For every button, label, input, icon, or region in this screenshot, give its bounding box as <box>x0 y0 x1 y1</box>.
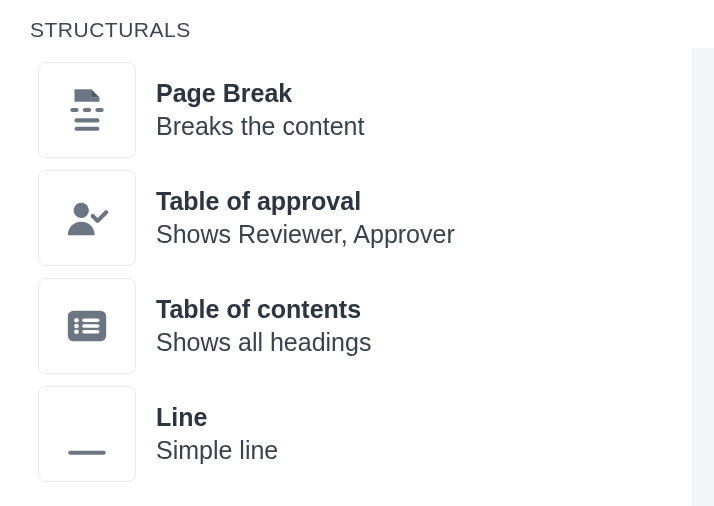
scrollbar[interactable] <box>692 48 714 506</box>
svg-point-9 <box>74 329 79 334</box>
svg-rect-2 <box>95 108 103 112</box>
icon-box <box>38 278 136 374</box>
svg-point-8 <box>74 324 79 329</box>
item-title: Table of approval <box>156 187 455 216</box>
svg-rect-10 <box>82 319 99 322</box>
svg-rect-12 <box>82 330 99 333</box>
item-list: Page Break Breaks the content Table of a… <box>0 56 692 488</box>
structurals-panel: STRUCTURALS Page Break Breaks the conten… <box>0 0 692 488</box>
item-text: Table of contents Shows all headings <box>156 295 371 357</box>
line-icon <box>62 409 112 459</box>
item-text: Table of approval Shows Reviewer, Approv… <box>156 187 455 249</box>
item-title: Page Break <box>156 79 364 108</box>
icon-box <box>38 170 136 266</box>
item-description: Simple line <box>156 436 278 465</box>
item-table-of-contents[interactable]: Table of contents Shows all headings <box>38 272 692 380</box>
svg-point-7 <box>74 318 79 323</box>
icon-box <box>38 62 136 158</box>
item-description: Shows all headings <box>156 328 371 357</box>
page-break-icon <box>62 85 112 135</box>
section-header: STRUCTURALS <box>0 0 692 56</box>
list-icon <box>64 303 110 349</box>
svg-rect-11 <box>82 324 99 327</box>
item-line[interactable]: Line Simple line <box>38 380 692 488</box>
user-check-icon <box>64 195 110 241</box>
svg-rect-3 <box>75 118 100 122</box>
svg-rect-0 <box>70 108 78 112</box>
item-text: Line Simple line <box>156 403 278 465</box>
svg-rect-1 <box>83 108 91 112</box>
icon-box <box>38 386 136 482</box>
svg-point-5 <box>74 203 89 218</box>
item-title: Line <box>156 403 278 432</box>
svg-rect-4 <box>75 127 100 131</box>
item-title: Table of contents <box>156 295 371 324</box>
item-table-of-approval[interactable]: Table of approval Shows Reviewer, Approv… <box>38 164 692 272</box>
item-page-break[interactable]: Page Break Breaks the content <box>38 56 692 164</box>
svg-rect-13 <box>68 451 106 455</box>
item-text: Page Break Breaks the content <box>156 79 364 141</box>
item-description: Breaks the content <box>156 112 364 141</box>
item-description: Shows Reviewer, Approver <box>156 220 455 249</box>
